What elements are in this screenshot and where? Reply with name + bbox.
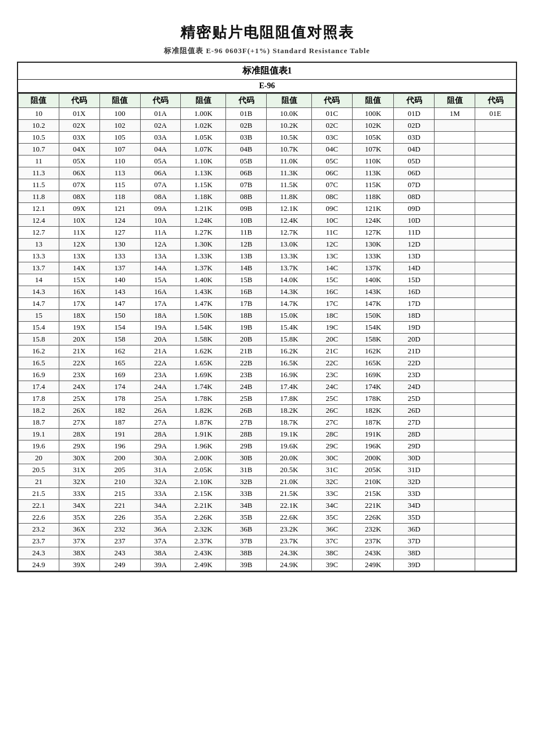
column-header: 阻值: [19, 94, 59, 108]
table-cell: 105K: [352, 132, 394, 144]
table-body: 1001X10001A1.00K01B10.0K01C100K01D1M01E1…: [19, 108, 516, 571]
table-cell: 10C: [311, 215, 352, 227]
table-cell: 178K: [352, 393, 394, 405]
table-row: 13.313X13313A1.33K13B13.3K13C133K13D: [19, 250, 516, 262]
table-cell: [475, 345, 516, 357]
table-cell: [435, 167, 475, 179]
table-cell: [475, 429, 516, 440]
column-header: 阻值: [181, 94, 226, 108]
table-cell: 11C: [311, 227, 352, 239]
table-cell: 38A: [140, 547, 181, 559]
table-cell: 1.96K: [181, 440, 226, 452]
table-cell: 39D: [394, 559, 435, 571]
table-cell: 04X: [59, 144, 99, 155]
table-cell: 08C: [311, 191, 352, 203]
table-cell: 03D: [394, 132, 435, 144]
table-cell: 32A: [140, 476, 181, 488]
table-cell: 01A: [140, 108, 181, 120]
table-cell: 2.00K: [181, 452, 226, 464]
table-cell: 147K: [352, 298, 394, 310]
table-cell: [475, 417, 516, 429]
table-cell: 25X: [59, 393, 99, 405]
table-cell: 19.1K: [267, 429, 312, 440]
table-cell: 143: [99, 286, 140, 298]
table-cell: 05X: [59, 155, 99, 167]
table-cell: 02C: [311, 120, 352, 132]
table-cell: 04C: [311, 144, 352, 155]
table-cell: 1.40K: [181, 274, 226, 286]
table-cell: 06A: [140, 167, 181, 179]
table-cell: [475, 215, 516, 227]
table-row: 10.704X10704A1.07K04B10.7K04C107K04D: [19, 144, 516, 155]
table-cell: [475, 274, 516, 286]
table-cell: [435, 239, 475, 250]
table-cell: 03X: [59, 132, 99, 144]
table-cell: 232: [99, 524, 140, 535]
table-cell: 10A: [140, 215, 181, 227]
table-cell: 34D: [394, 500, 435, 512]
table-row: 1312X13012A1.30K12B13.0K12C130K12D: [19, 239, 516, 250]
table-cell: 12D: [394, 239, 435, 250]
table-cell: 11B: [226, 227, 267, 239]
column-header: 代码: [226, 94, 267, 108]
table-cell: 22B: [226, 357, 267, 369]
table-cell: [475, 512, 516, 524]
table-cell: 25C: [311, 393, 352, 405]
table-cell: 19X: [59, 322, 99, 334]
table-cell: 226K: [352, 512, 394, 524]
table-cell: 05B: [226, 155, 267, 167]
table-row: 1415X14015A1.40K15B14.0K15C140K15D: [19, 274, 516, 286]
table-cell: [435, 334, 475, 345]
table-cell: 130: [99, 239, 140, 250]
table-cell: 30X: [59, 452, 99, 464]
table-cell: 38B: [226, 547, 267, 559]
table-cell: 12.4K: [267, 215, 312, 227]
table-cell: [475, 476, 516, 488]
table-row: 13.714X13714A1.37K14B13.7K14C137K14D: [19, 262, 516, 274]
table-cell: 02X: [59, 120, 99, 132]
table-cell: 07X: [59, 179, 99, 191]
table-cell: 16B: [226, 286, 267, 298]
table-cell: 29D: [394, 440, 435, 452]
table-cell: 137K: [352, 262, 394, 274]
table-cell: 22C: [311, 357, 352, 369]
table-cell: [475, 120, 516, 132]
table-row: 17.825X17825A1.78K25B17.8K25C178K25D: [19, 393, 516, 405]
table-cell: [475, 132, 516, 144]
table-cell: 16.2: [19, 345, 59, 357]
table-cell: [435, 227, 475, 239]
table-cell: 12.7K: [267, 227, 312, 239]
table-cell: 100: [99, 108, 140, 120]
table-cell: 18D: [394, 310, 435, 322]
table-cell: [475, 547, 516, 559]
table-cell: 12B: [226, 239, 267, 250]
table-cell: 20.5K: [267, 464, 312, 476]
table-cell: 1.91K: [181, 429, 226, 440]
table-cell: [475, 298, 516, 310]
table-cell: 110: [99, 155, 140, 167]
table-cell: 16C: [311, 286, 352, 298]
table-cell: 1.87K: [181, 417, 226, 429]
table-row: 12.410X12410A1.24K10B12.4K10C124K10D: [19, 215, 516, 227]
table-cell: 07A: [140, 179, 181, 191]
table-row: 18.727X18727A1.87K27B18.7K27C187K27D: [19, 417, 516, 429]
table-cell: 2.49K: [181, 559, 226, 571]
table-cell: 154K: [352, 322, 394, 334]
table-cell: [435, 369, 475, 381]
table-cell: [435, 286, 475, 298]
table-cell: 23.7: [19, 535, 59, 547]
table-cell: 232K: [352, 524, 394, 535]
table-cell: 22.1: [19, 500, 59, 512]
table-cell: 11D: [394, 227, 435, 239]
table-cell: 113: [99, 167, 140, 179]
table-cell: 28D: [394, 429, 435, 440]
table-cell: 18X: [59, 310, 99, 322]
table-row: 15.419X15419A1.54K19B15.4K19C154K19D: [19, 322, 516, 334]
table-cell: 17A: [140, 298, 181, 310]
table-cell: 174: [99, 381, 140, 393]
table-cell: [435, 535, 475, 547]
table-cell: 12A: [140, 239, 181, 250]
table-cell: 30A: [140, 452, 181, 464]
table-cell: 28X: [59, 429, 99, 440]
table-cell: [475, 488, 516, 500]
